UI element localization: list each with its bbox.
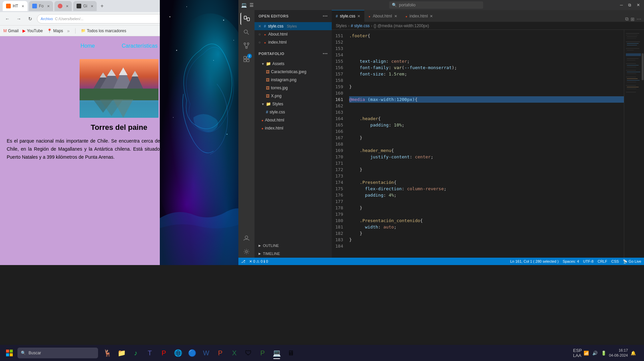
open-file-style-css[interactable]: ✕ # style.css Styles [255,22,332,30]
taskbar-app-pdf[interactable]: P [157,346,171,360]
tree-x-png[interactable]: 🖼 X.png [255,92,332,100]
tree-about-html[interactable]: ⬥ About.html [255,116,332,124]
portafolio-menu[interactable]: ··· [323,51,328,57]
taskbar-app-unknown[interactable]: 🦌 [101,346,114,360]
tab-close-1[interactable]: ✕ [21,4,24,8]
nav-home[interactable]: Home [81,43,95,49]
taskbar-app-terminal[interactable]: 🖥 [284,346,297,360]
taskbar-app-chrome[interactable]: 🔵 [185,346,199,360]
bookmarks-chevron[interactable]: » [67,28,70,34]
taskbar-search[interactable]: 🔍 Buscar [17,348,98,358]
tab-2[interactable]: Fo ✕ [29,1,53,11]
taskbar-app-browser[interactable]: 🌐 [171,346,185,360]
tab-close-3[interactable]: ✕ [66,4,68,8]
notification-icon[interactable]: 🔔 [630,350,637,356]
browser-icon: 🌐 [174,349,182,357]
start-button[interactable] [3,346,16,360]
split-editor-button[interactable]: ⧉ [625,16,629,22]
line-num-164: 164 [332,115,343,122]
open-file-about-html[interactable]: ○ ⬥ About.html [255,30,332,38]
css-icon-style: # [266,110,268,114]
folder-label-assets: Assets [272,61,284,66]
tree-styles-folder[interactable]: ▼ 📁 Styles [255,100,332,108]
code-content[interactable]: .footer{ text-align: center; font-family… [347,30,624,258]
statusbar-live[interactable]: 📡 Go Live [623,259,641,264]
keyboard-indicator[interactable]: ESP LAA [574,350,581,356]
activity-source-control[interactable] [240,40,252,52]
taskbar-app-word[interactable]: W [199,346,213,360]
editor-layout-button[interactable]: ⊞ [631,16,635,22]
bookmark-maps[interactable]: 📍 Maps [47,29,63,33]
tab-close-4[interactable]: ✕ [91,4,93,8]
vscode-close[interactable]: ✕ [635,3,641,7]
vscode-minimize[interactable]: ─ [618,3,624,7]
statusbar-spaces[interactable]: Spaces: 4 [563,259,579,263]
open-file-index-html[interactable]: ○ ⬥ index.html [255,38,332,46]
css-tab-icon: # [336,14,338,18]
tab-4[interactable]: Gi ✕ [73,1,97,11]
close-icon[interactable]: ✕ [257,24,262,29]
vscode-restore[interactable]: ⧉ [627,3,633,7]
taskbar-app-teams[interactable]: T [143,346,156,360]
outline-header[interactable]: ▶ OUTLINE [255,242,332,250]
statusbar-language[interactable]: CSS [611,259,619,263]
editor-tab-style-css[interactable]: # style.css ✕ [332,10,364,22]
tree-style-css[interactable]: # style.css [255,108,332,116]
tree-caracteristicas-jpeg[interactable]: 🖼 Caracteristicas.jpeg [255,68,332,76]
taskbar-app-excel[interactable]: X [228,346,241,360]
tree-assets-folder[interactable]: ▼ 📁 Assets [255,60,332,68]
taskbar-time[interactable]: 16:17 04-08-2024 [609,348,628,358]
tab-1[interactable]: HT ✕ [3,1,28,11]
statusbar-branch[interactable]: ⎇ [241,259,246,264]
statusbar-errors[interactable]: ✕ 0 ⚠ 0 ℹ 0 [249,259,268,264]
open-editors-header[interactable]: OPEN EDITORS ··· [255,10,332,22]
open-editors-menu[interactable]: ··· [323,13,328,19]
taskbar-app-project[interactable]: P [256,346,269,360]
volume-icon[interactable]: 🔊 [592,350,598,356]
back-button[interactable]: ← [3,14,12,23]
editor-tab-index-html[interactable]: ⬥ index.html ✕ [401,10,437,22]
nav-caracteristicas[interactable]: Características [122,43,157,49]
activity-settings[interactable] [240,246,252,258]
taskbar-app-spotify[interactable]: ♪ [129,346,142,360]
vscode-logo-icon: 💻 [241,2,247,8]
activity-account[interactable] [240,232,252,244]
activity-search[interactable] [240,26,252,38]
line-num-153: 153 [332,45,343,52]
search-icon-taskbar: 🔍 [21,351,26,355]
forward-button[interactable]: → [14,14,24,23]
tree-instagram-png[interactable]: 🖼 instagram.png [255,76,332,84]
timeline-header[interactable]: ▶ TIMELINE [255,250,332,258]
taskbar-app-powerpoint[interactable]: P [214,346,227,360]
show-desktop-button[interactable] [639,346,641,360]
activity-explorer[interactable] [240,13,252,25]
vscode-search-bar[interactable]: 🔍 portafolio [389,1,483,9]
bookmark-gmail[interactable]: M Gmail [3,29,18,33]
vscode-menu-button[interactable]: ☰ [249,2,254,8]
network-icon[interactable]: 📶 [583,350,590,356]
statusbar-position[interactable]: Ln 161, Col 1 ( 280 selected ) [510,259,558,263]
taskbar-app-antivirus[interactable]: 🛡 [242,346,255,360]
taskbar-app-vscode[interactable]: 💻 [270,346,283,360]
about-tab-close[interactable]: ✕ [394,14,397,18]
css-tab-close[interactable]: ✕ [357,14,360,18]
line-num-157: 157 [332,71,343,77]
index-tab-close[interactable]: ✕ [430,14,433,18]
reload-button[interactable]: ↻ [26,14,35,23]
tab-3[interactable]: ✕ [54,1,72,11]
taskbar-app-file-explorer[interactable]: 📁 [115,346,128,360]
statusbar-line-ending[interactable]: CRLF [598,259,607,263]
file-context-styles: Styles [287,24,297,28]
tab-close-2[interactable]: ✕ [47,4,50,8]
tree-torres-jpg[interactable]: 🖼 torres.jpg [255,84,332,92]
portafolio-header[interactable]: PORTAFOLIO ··· [255,48,332,60]
editor-more-button[interactable]: ⋯ [637,16,641,22]
statusbar-encoding[interactable]: UTF-8 [583,259,594,263]
tree-index-html[interactable]: ⬥ index.html [255,124,332,132]
bookmark-todos[interactable]: 📁 Todos los marcadores [81,29,126,33]
editor-tab-about-html[interactable]: ⬥ About.html ✕ [364,10,401,22]
battery-icon[interactable]: 🔋 [600,350,607,356]
bookmark-youtube[interactable]: ▶ YouTube [22,29,43,33]
activity-extensions[interactable]: 2 [240,53,252,65]
new-tab-button[interactable]: + [98,2,106,10]
